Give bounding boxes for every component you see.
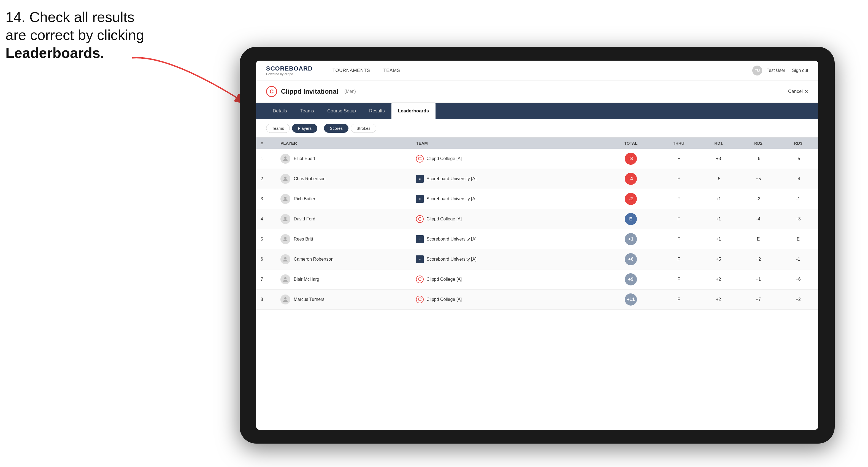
player-avatar [280, 194, 290, 204]
player-avatar [280, 274, 290, 284]
team-logo: C [416, 295, 424, 303]
instruction-text: 14. Check all results are correct by cli… [5, 8, 144, 62]
cell-player: Cameron Robertson [276, 249, 411, 270]
filter-strokes[interactable]: Strokes [351, 124, 376, 133]
nav-teams[interactable]: TEAMS [377, 61, 407, 81]
cell-rank: 1 [256, 149, 276, 169]
tournament-header: C Clippd Invitational (Men) Cancel ✕ [256, 81, 818, 103]
score-badge: -2 [625, 193, 637, 205]
table-body: 1 Elliot Ebert C Clippd College [A] -8F+… [256, 149, 818, 310]
tab-details[interactable]: Details [266, 103, 293, 119]
player-avatar [280, 174, 290, 184]
player-name: Rich Butler [293, 196, 315, 201]
cell-rank: 6 [256, 249, 276, 270]
cell-rd3: +2 [778, 289, 818, 310]
svg-point-4 [284, 217, 286, 219]
cell-rd3: -1 [778, 189, 818, 209]
cell-team: ≡ Scoreboard University [A] [411, 249, 603, 270]
cell-rd2: -2 [739, 189, 778, 209]
tournament-icon: C [266, 86, 277, 97]
table-row: 1 Elliot Ebert C Clippd College [A] -8F+… [256, 149, 818, 169]
tournament-left: C Clippd Invitational (Men) [266, 86, 356, 97]
cell-total: -4 [603, 169, 659, 189]
cell-team: ≡ Scoreboard University [A] [411, 229, 603, 249]
svg-point-7 [284, 277, 286, 279]
nav-tournaments[interactable]: TOURNAMENTS [326, 61, 377, 81]
player-avatar [280, 294, 290, 305]
tab-results[interactable]: Results [363, 103, 392, 119]
filter-teams[interactable]: Teams [266, 124, 290, 133]
table-row: 6 Cameron Robertson ≡ Scoreboard Univers… [256, 249, 818, 270]
svg-point-3 [284, 197, 286, 199]
cell-player: Rich Butler [276, 189, 411, 209]
player-avatar [280, 154, 290, 164]
cell-rd1: +1 [699, 189, 739, 209]
cell-rd3: +3 [778, 209, 818, 229]
cell-rd3: -5 [778, 149, 818, 169]
cell-player: David Ford [276, 209, 411, 229]
results-table: # PLAYER TEAM TOTAL THRU RD1 RD2 RD3 1 E… [256, 137, 818, 310]
score-badge: -4 [625, 173, 637, 185]
cell-thru: F [659, 229, 699, 249]
th-rd3: RD3 [778, 137, 818, 149]
cell-player: Marcus Turners [276, 289, 411, 310]
filter-bar: Teams Players Scores Strokes [256, 119, 818, 137]
tournament-subtitle: (Men) [344, 89, 356, 94]
cell-thru: F [659, 149, 699, 169]
tab-leaderboards[interactable]: Leaderboards [392, 103, 435, 119]
team-logo: C [416, 215, 424, 223]
team-name: Clippd College [A] [427, 156, 462, 161]
cell-rd3: +6 [778, 270, 818, 289]
nav-links: TOURNAMENTS TEAMS [326, 61, 752, 81]
cell-rd3: E [778, 229, 818, 249]
table-row: 7 Blair McHarg C Clippd College [A] +9F+… [256, 270, 818, 289]
player-name: Chris Robertson [293, 176, 326, 181]
table-row: 8 Marcus Turners C Clippd College [A] +1… [256, 289, 818, 310]
cell-thru: F [659, 270, 699, 289]
cell-rd1: +5 [699, 249, 739, 270]
logo-area: SCOREBOARD Powered by clippd [266, 65, 313, 76]
svg-point-5 [284, 237, 286, 239]
cell-thru: F [659, 169, 699, 189]
team-name: Scoreboard University [A] [427, 237, 476, 242]
cell-rd2: +2 [739, 249, 778, 270]
cell-rd3: -1 [778, 249, 818, 270]
th-total: TOTAL [603, 137, 659, 149]
cell-thru: F [659, 209, 699, 229]
tab-bar: Details Teams Course Setup Results Leade… [256, 103, 818, 119]
sign-out-link[interactable]: Sign out [792, 68, 808, 73]
cell-rank: 8 [256, 289, 276, 310]
cell-team: C Clippd College [A] [411, 149, 603, 169]
filter-scores[interactable]: Scores [324, 124, 348, 133]
team-name: Scoreboard University [A] [427, 176, 476, 181]
tablet-frame: SCOREBOARD Powered by clippd TOURNAMENTS… [240, 47, 835, 443]
cell-player: Chris Robertson [276, 169, 411, 189]
cell-rank: 4 [256, 209, 276, 229]
filter-players[interactable]: Players [292, 124, 317, 133]
score-badge: +9 [625, 273, 637, 285]
team-logo: C [416, 155, 424, 162]
tab-teams[interactable]: Teams [293, 103, 321, 119]
cell-player: Rees Britt [276, 229, 411, 249]
cell-player: Blair McHarg [276, 270, 411, 289]
svg-point-6 [284, 257, 286, 259]
player-name: David Ford [293, 217, 315, 221]
cell-rd1: +1 [699, 209, 739, 229]
cancel-button[interactable]: Cancel ✕ [788, 89, 808, 94]
cell-total: -8 [603, 149, 659, 169]
cell-rd2: +5 [739, 169, 778, 189]
cell-total: +11 [603, 289, 659, 310]
score-badge: -8 [625, 153, 637, 165]
cell-total: +9 [603, 270, 659, 289]
score-badge: +1 [625, 233, 637, 245]
cell-rd2: -6 [739, 149, 778, 169]
logo-text: SCOREBOARD [266, 65, 313, 72]
table-row: 2 Chris Robertson ≡ Scoreboard Universit… [256, 169, 818, 189]
cell-rd1: +2 [699, 270, 739, 289]
team-logo: ≡ [416, 235, 424, 243]
team-name: Clippd College [A] [427, 297, 462, 302]
cell-rank: 2 [256, 169, 276, 189]
tab-course-setup[interactable]: Course Setup [321, 103, 363, 119]
player-name: Marcus Turners [293, 297, 324, 302]
team-logo: C [416, 276, 424, 283]
